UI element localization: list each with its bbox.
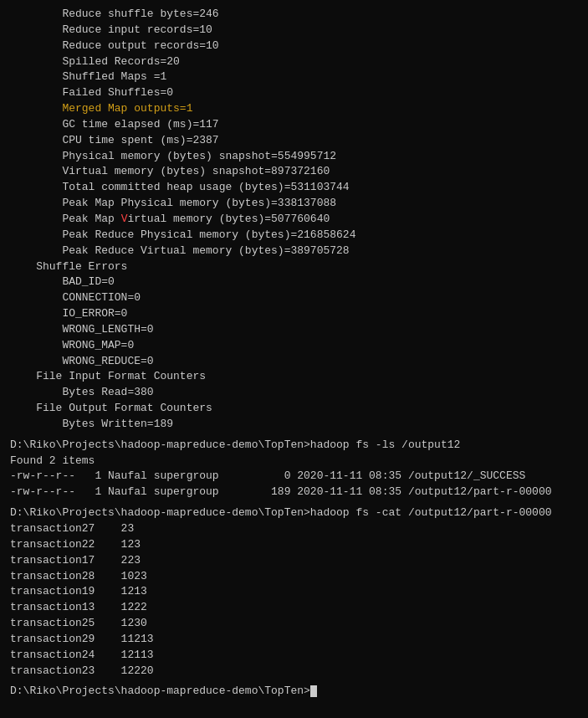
log-line-1: Reduce shuffle bytes=246 bbox=[10, 7, 578, 23]
final-prompt[interactable]: D:\Riko\Projects\hadoop-mapreduce-demo\T… bbox=[10, 684, 578, 700]
transaction-10: transaction23 12220 bbox=[10, 664, 578, 680]
log-line-9: CPU time spent (ms)=2387 bbox=[10, 133, 578, 149]
log-line-bad-id: BAD_ID=0 bbox=[10, 274, 578, 290]
log-line-peak-reduce-virtual: Peak Reduce Virtual memory (bytes)=38970… bbox=[10, 244, 578, 259]
file-entry-part: -rw-r--r-- 1 Naufal supergroup 189 2020-… bbox=[10, 485, 578, 500]
log-line-5: Shuffled Maps =1 bbox=[10, 69, 578, 85]
log-line-6: Failed Shuffles=0 bbox=[10, 85, 578, 101]
log-line-bytes-read: Bytes Read=380 bbox=[10, 385, 578, 401]
log-line-peak-reduce-physical: Peak Reduce Physical memory (bytes)=2168… bbox=[10, 228, 578, 244]
log-line-2: Reduce input records=10 bbox=[10, 23, 578, 38]
cursor-block bbox=[310, 685, 317, 697]
log-line-bytes-written: Bytes Written=189 bbox=[10, 417, 578, 433]
transaction-4: transaction28 1023 bbox=[10, 569, 578, 585]
log-line-4: Spilled Records=20 bbox=[10, 54, 578, 70]
transaction-3: transaction17 223 bbox=[10, 553, 578, 569]
log-line-io-error: IO_ERROR=0 bbox=[10, 306, 578, 322]
log-line-connection: CONNECTION=0 bbox=[10, 290, 578, 306]
highlight-v: V bbox=[121, 213, 128, 225]
log-line-file-input: File Input Format Counters bbox=[10, 369, 578, 385]
log-line-heap: Total committed heap usage (bytes)=53110… bbox=[10, 180, 578, 196]
transaction-5: transaction19 1213 bbox=[10, 584, 578, 600]
log-line-physical-memory: Physical memory (bytes) snapshot=5549957… bbox=[10, 149, 578, 165]
log-line-wrong-reduce: WRONG_REDUCE=0 bbox=[10, 354, 578, 370]
log-line-3: Reduce output records=10 bbox=[10, 38, 578, 54]
log-line-7: Merged Map outputs=1 bbox=[10, 101, 578, 117]
prompt-text: D:\Riko\Projects\hadoop-mapreduce-demo\T… bbox=[10, 685, 310, 697]
log-line-peak-map-physical: Peak Map Physical memory (bytes)=3381370… bbox=[10, 196, 578, 212]
log-line-shuffle-errors: Shuffle Errors bbox=[10, 259, 578, 275]
transaction-8: transaction29 11213 bbox=[10, 632, 578, 648]
transaction-7: transaction25 1230 bbox=[10, 616, 578, 632]
command-prompt-1: D:\Riko\Projects\hadoop-mapreduce-demo\T… bbox=[10, 438, 578, 454]
log-line-virtual-memory: Virtual memory (bytes) snapshot=89737216… bbox=[10, 164, 578, 180]
command-prompt-2: D:\Riko\Projects\hadoop-mapreduce-demo\T… bbox=[10, 505, 578, 521]
log-line-8: GC time elapsed (ms)=117 bbox=[10, 117, 578, 133]
transaction-1: transaction27 23 bbox=[10, 521, 578, 537]
log-line-file-output: File Output Format Counters bbox=[10, 401, 578, 417]
transaction-6: transaction13 1222 bbox=[10, 600, 578, 616]
transaction-9: transaction24 12113 bbox=[10, 648, 578, 664]
log-line-wrong-length: WRONG_LENGTH=0 bbox=[10, 322, 578, 338]
log-line-peak-map-virtual: Peak Map Virtual memory (bytes)=50776064… bbox=[10, 212, 578, 228]
file-entry-success: -rw-r--r-- 1 Naufal supergroup 0 2020-11… bbox=[10, 469, 578, 485]
found-items: Found 2 items bbox=[10, 454, 578, 469]
transaction-2: transaction22 123 bbox=[10, 537, 578, 553]
terminal-window: Reduce shuffle bytes=246 Reduce input re… bbox=[0, 0, 588, 718]
log-line-wrong-map: WRONG_MAP=0 bbox=[10, 338, 578, 354]
